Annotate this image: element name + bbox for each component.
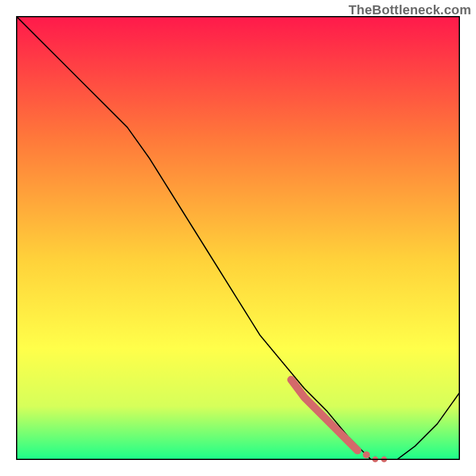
- bottleneck-chart: [0, 0, 476, 476]
- watermark-text: TheBottleneck.com: [349, 2, 471, 18]
- optimal-range-dot: [363, 452, 370, 459]
- chart-stage: TheBottleneck.com: [0, 0, 476, 476]
